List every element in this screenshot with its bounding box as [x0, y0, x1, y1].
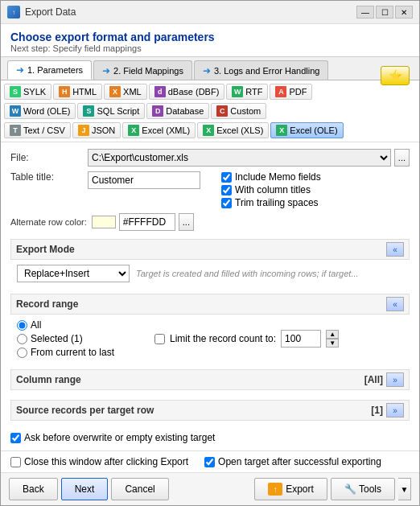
tab-label-logs: 3. Logs and Error Handling	[214, 66, 319, 76]
dbf-label: dBase (DBF)	[168, 87, 220, 97]
format-rtf[interactable]: W RTF	[226, 84, 268, 100]
excel-xml-icon: X	[128, 125, 139, 136]
column-range-header: Column range [All] »	[10, 369, 410, 390]
record-range-header: Record range «	[10, 294, 410, 315]
word-label: Word (OLE)	[23, 106, 70, 116]
column-range-section: Column range [All] »	[10, 366, 410, 392]
close-window-checkbox[interactable]	[10, 457, 21, 467]
record-range-section: Record range « All Selected (1)	[10, 290, 410, 361]
star-button[interactable]: ⭐	[381, 66, 410, 85]
back-button[interactable]: Back	[9, 478, 58, 500]
database-icon: D	[152, 105, 163, 117]
export-mode-collapse[interactable]: «	[386, 242, 404, 257]
file-browse-button[interactable]: ...	[394, 149, 410, 167]
tools-label: Tools	[359, 483, 381, 495]
file-row: File: C:\Export\customer.xls ...	[10, 149, 410, 167]
file-path-select[interactable]: C:\Export\customer.xls	[88, 149, 391, 167]
tab-parameters[interactable]: ➜ 1. Parameters	[7, 60, 92, 80]
format-excel-xml[interactable]: X Excel (XML)	[122, 122, 196, 138]
database-label: Database	[166, 106, 204, 116]
radio-selected-input[interactable]	[17, 334, 27, 344]
format-text[interactable]: T Text / CSV	[4, 122, 71, 138]
dbf-icon: d	[154, 86, 166, 97]
excel-xls-label: Excel (XLS)	[216, 125, 263, 135]
params-section: File: C:\Export\customer.xls ... Table t…	[1, 142, 419, 450]
trim-trailing-label: Trim trailing spaces	[235, 197, 319, 208]
radio-from-current-label: From current to last	[31, 347, 114, 358]
format-pdf[interactable]: A PDF	[270, 84, 312, 100]
tab-label-parameters: 1. Parameters	[27, 65, 83, 75]
tab-logs[interactable]: ➜ 3. Logs and Error Handling	[194, 60, 328, 80]
json-label: JSON	[92, 125, 115, 135]
ask-overwrite-label: Ask before overwrite or empty existing t…	[24, 432, 215, 443]
format-sylk[interactable]: S SYLK	[4, 84, 51, 100]
minimize-button[interactable]: —	[356, 6, 374, 19]
spin-up-button[interactable]: ▲	[326, 330, 339, 339]
spin-wrapper: ▲ ▼	[326, 330, 339, 348]
source-records-title: Source records per target row	[16, 405, 154, 416]
pdf-label: PDF	[289, 87, 307, 97]
format-json[interactable]: J JSON	[72, 122, 121, 138]
excel-ole-label: Excel (OLE)	[290, 125, 337, 135]
close-button[interactable]: ✕	[395, 6, 413, 19]
footer-buttons: Back Next Cancel ↑ Export 🔧 Tools ▼	[1, 472, 419, 505]
record-range-collapse[interactable]: «	[386, 297, 404, 311]
open-target-checkbox[interactable]	[204, 457, 215, 467]
radio-selected: Selected (1)	[17, 333, 114, 344]
format-dbf[interactable]: d dBase (DBF)	[149, 84, 225, 100]
text-icon: T	[10, 125, 21, 136]
custom-icon: C	[216, 105, 228, 117]
column-titles-checkbox[interactable]	[221, 185, 232, 195]
radio-from-current-input[interactable]	[17, 348, 27, 358]
open-target-label: Open target after successful exporting	[218, 456, 381, 467]
format-sql[interactable]: S SQL Script	[77, 103, 145, 119]
radio-all: All	[17, 319, 114, 331]
format-html[interactable]: H HTML	[53, 84, 102, 100]
tools-button[interactable]: 🔧 Tools	[331, 478, 395, 500]
format-custom[interactable]: C Custom	[211, 103, 266, 119]
mode-select[interactable]: Replace+Insert	[17, 265, 130, 282]
spin-down-button[interactable]: ▼	[326, 339, 339, 348]
title-bar: ↑ Export Data — ☐ ✕	[1, 1, 419, 24]
window-icon: ↑	[7, 6, 20, 19]
format-xml[interactable]: X XML	[104, 84, 147, 100]
tab-field-mappings[interactable]: ➜ 2. Field Mappings	[93, 60, 192, 80]
limit-value-input[interactable]	[281, 330, 321, 348]
excel-ole-icon: X	[276, 125, 287, 136]
tab-arrow-3: ➜	[203, 65, 211, 76]
table-title-row: Table title: Include Memo fields With co…	[10, 171, 410, 208]
column-range-expand[interactable]: »	[386, 372, 404, 387]
header-wrapper: Choose export format and parameters Next…	[1, 24, 419, 57]
export-mode-section: Export Mode « Replace+Insert Target is c…	[10, 236, 410, 286]
export-mode-title: Export Mode	[16, 244, 75, 255]
format-word[interactable]: W Word (OLE)	[4, 103, 76, 119]
format-excel-xls[interactable]: X Excel (XLS)	[197, 122, 269, 138]
cancel-button[interactable]: Cancel	[111, 478, 168, 500]
source-records-expand[interactable]: »	[386, 403, 404, 418]
header-section: Choose export format and parameters Next…	[1, 24, 419, 56]
table-title-label: Table title:	[10, 171, 83, 183]
include-memo-row: Include Memo fields	[221, 171, 321, 183]
maximize-button[interactable]: ☐	[376, 6, 393, 19]
ask-overwrite-checkbox[interactable]	[10, 433, 21, 443]
sylk-icon: S	[10, 86, 21, 97]
table-title-input[interactable]	[88, 171, 200, 189]
mode-description: Target is created and filled with incomi…	[136, 269, 359, 278]
trim-trailing-checkbox[interactable]	[221, 198, 232, 208]
title-controls: — ☐ ✕	[356, 6, 413, 19]
limit-label: Limit the record count to:	[170, 333, 276, 344]
format-database[interactable]: D Database	[146, 103, 209, 119]
format-excel-ole[interactable]: X Excel (OLE)	[270, 122, 343, 138]
color-hex-input[interactable]	[119, 213, 175, 231]
color-picker-button[interactable]: ...	[179, 213, 194, 231]
next-button[interactable]: Next	[61, 478, 109, 500]
include-memo-checkbox[interactable]	[221, 172, 232, 183]
radio-all-input[interactable]	[17, 320, 27, 331]
rtf-icon: W	[232, 86, 243, 97]
tools-dropdown-button[interactable]: ▼	[398, 478, 411, 500]
limit-checkbox[interactable]	[154, 334, 165, 344]
format-toolbar-row2: W Word (OLE) S SQL Script D Database C C…	[1, 101, 419, 121]
alt-row-color-label: Alternate row color:	[10, 217, 87, 227]
radio-all-label: All	[31, 319, 41, 331]
export-button[interactable]: ↑ Export	[254, 478, 327, 500]
